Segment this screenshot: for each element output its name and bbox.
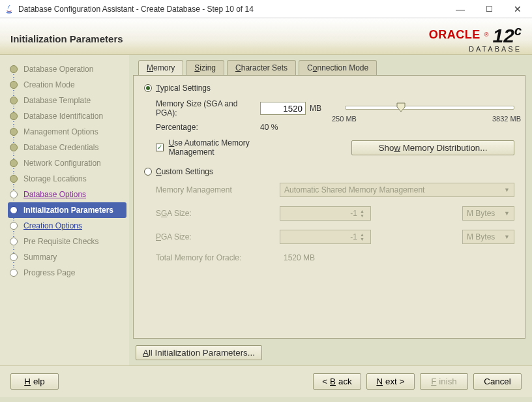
sidebar-step: Initialization Parameters [8,202,126,218]
pga-unit-dropdown: M Bytes▼ [462,230,514,244]
brand-block: ORACLE ® 12c DATABASE [429,24,522,54]
sidebar-step: Database Template [8,93,126,108]
brand-subtitle: DATABASE [429,46,522,54]
memory-slider[interactable]: 250 MB 3832 MB [345,99,514,129]
checkbox-icon: ✓ [156,144,164,151]
tab-character-sets[interactable]: Character Sets [227,60,296,75]
radio-icon [144,168,152,176]
memory-management-label: Memory Management [156,185,280,194]
finish-button: Finish [420,373,468,390]
java-icon [4,4,14,14]
sidebar-step: Database Identification [8,108,126,124]
sga-unit-dropdown: M Bytes▼ [462,206,514,221]
svg-point-0 [7,12,12,13]
window-titlebar: Database Configuration Assistant - Creat… [0,0,532,18]
sga-size-input: -1 ▲▼ [280,206,371,221]
tab-sizing[interactable]: Sizing [186,60,224,75]
pga-size-input: -1 ▲▼ [280,230,371,244]
page-header: Initialization Parameters ORACLE ® 12c D… [0,18,532,55]
wizard-sidebar: Database OperationCreation ModeDatabase … [0,55,129,365]
sidebar-step: Database Credentials [8,140,126,155]
close-button[interactable]: ✕ [503,0,532,18]
sidebar-step: Creation Mode [8,77,126,93]
percentage-value: 40 % [260,123,319,132]
sidebar-step: Storage Locations [8,171,126,187]
window-title: Database Configuration Assistant - Creat… [18,5,254,14]
sidebar-step: Progress Page [8,265,126,281]
brand-version: 12c [493,24,522,46]
sidebar-step: Pre Requisite Checks [8,234,126,249]
typical-label: Typical Settings [156,84,211,93]
sidebar-step[interactable]: Creation Options [8,218,126,234]
minimize-button[interactable]: — [446,0,475,18]
page-title: Initialization Parameters [10,33,123,44]
show-memory-distribution-button[interactable]: Show Memory Distribution... [351,140,514,155]
radio-typical-settings[interactable]: Typical Settings [144,84,514,93]
cancel-button[interactable]: Cancel [473,373,522,390]
memory-size-unit: MB [310,104,321,113]
next-button[interactable]: Next > [366,373,415,390]
tab-strip: Memory Sizing Character Sets Connection … [133,60,525,75]
content-area: Memory Sizing Character Sets Connection … [129,55,532,365]
maximize-button[interactable]: ☐ [475,0,503,18]
custom-label: Custom Settings [156,167,213,176]
sidebar-step: Database Operation [8,61,126,77]
back-button[interactable]: < Back [313,373,361,390]
chevron-down-icon: ▼ [504,187,510,193]
all-initialization-parameters-button[interactable]: All Initialization Parameters... [136,345,262,360]
chevron-down-icon: ▼ [504,234,510,240]
tab-connection-mode[interactable]: Connection Mode [299,60,377,75]
radio-custom-settings[interactable]: Custom Settings [144,167,514,176]
chevron-down-icon: ▼ [504,210,510,217]
sga-size-label: SGA Size: [156,209,280,218]
sidebar-step: Network Configuration [8,155,126,171]
radio-icon [144,84,152,92]
help-button[interactable]: Help [10,373,59,390]
memory-management-dropdown: Automatic Shared Memory Management ▼ [280,183,514,197]
sidebar-step[interactable]: Database Options [8,187,126,202]
slider-max-label: 3832 MB [492,115,521,123]
tab-memory[interactable]: Memory [138,60,183,75]
total-memory-label: Total Memory for Oracle: [156,253,280,262]
svg-marker-1 [397,103,405,112]
sidebar-step: Management Options [8,124,126,140]
memory-size-input[interactable] [260,102,306,115]
memory-panel: Typical Settings Memory Size (SGA and PG… [133,75,525,339]
total-memory-value: 1520 MB [280,253,514,262]
wizard-footer: Help < Back Next > Finish Cancel [0,365,532,397]
brand-oracle: ORACLE [429,29,480,41]
use-amm-checkbox[interactable]: ✓ Use Automatic Memory Management [156,138,293,157]
percentage-label: Percentage: [156,123,260,132]
brand-reg: ® [484,32,489,38]
memory-size-label: Memory Size (SGA and PGA): [156,99,260,117]
pga-size-label: PGA Size: [156,232,280,241]
slider-thumb-icon[interactable] [396,102,406,112]
slider-min-label: 250 MB [332,115,357,123]
sidebar-step: Summary [8,249,126,265]
